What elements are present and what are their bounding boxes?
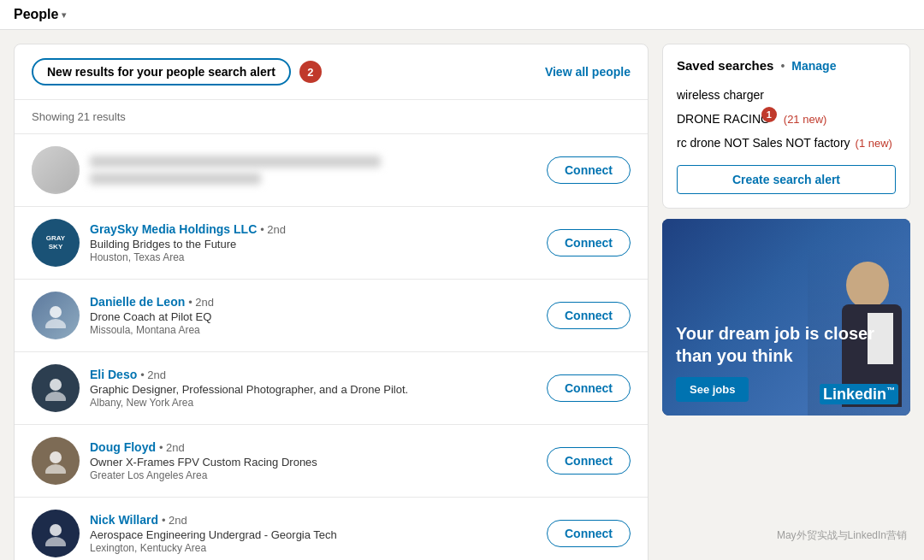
svg-point-1 (45, 319, 66, 328)
profile-location: Greater Los Angeles Area (90, 469, 536, 481)
ad-card: Your dream job is closer than you think … (662, 219, 910, 416)
create-search-alert-button[interactable]: Create search alert (677, 165, 896, 194)
profile-info: Doug Floyd • 2nd Owner X-Frames FPV Cust… (90, 440, 536, 481)
profile-name-row: Nick Willard • 2nd (90, 513, 536, 527)
chevron-down-icon: ▾ (62, 10, 66, 20)
avatar (32, 364, 80, 412)
profile-info: Nick Willard • 2nd Aerospace Engineering… (90, 513, 536, 554)
saved-searches-card: Saved searches • Manage wireless charger… (662, 44, 910, 209)
list-item[interactable]: DRONE RACING 1 (21 new) (677, 107, 896, 131)
profile-location: Missoula, Montana Area (90, 324, 536, 336)
new-badge: 1 (761, 107, 777, 122)
new-count: (1 new) (856, 137, 892, 150)
nav-title-text: People (14, 7, 58, 22)
avatar (32, 292, 80, 339)
manage-link[interactable]: Manage (791, 59, 836, 73)
connect-button[interactable]: Connect (547, 156, 631, 184)
drone-racing-badge-container: DRONE RACING 1 (677, 112, 770, 126)
alert-banner: New results for your people search alert… (15, 44, 648, 100)
avatar (32, 510, 80, 557)
avatar (32, 437, 80, 485)
list-item[interactable]: rc drone NOT Sales NOT factory (1 new) (677, 131, 896, 155)
profile-name[interactable]: Doug Floyd (90, 440, 156, 454)
svg-point-5 (45, 464, 66, 474)
search-name: rc drone NOT Sales NOT factory (677, 136, 850, 150)
profile-name-row: Doug Floyd • 2nd (90, 440, 536, 454)
profile-headline: Owner X-Frames FPV Custom Racing Drones (90, 456, 536, 469)
profile-headline: Drone Coach at Pilot EQ (90, 310, 536, 323)
alert-text[interactable]: New results for your people search alert (32, 58, 291, 85)
profile-name[interactable]: Eli Deso (90, 368, 137, 381)
profile-info: Danielle de Leon • 2nd Drone Coach at Pi… (90, 295, 536, 336)
profile-name[interactable]: Nick Willard (90, 513, 158, 527)
connect-button[interactable]: Connect (547, 229, 631, 256)
profile-name[interactable]: Danielle de Leon (90, 295, 185, 309)
saved-searches-title: Saved searches (677, 58, 773, 73)
profile-headline: Building Bridges to the Future (90, 238, 536, 251)
blurred-name (90, 156, 381, 168)
profile-degree: • 2nd (188, 296, 214, 309)
ad-headline: Your dream job is closer than you think (676, 322, 897, 367)
connect-button[interactable]: Connect (547, 447, 631, 475)
main-container: New results for your people search alert… (0, 30, 924, 560)
right-panel: Saved searches • Manage wireless charger… (662, 44, 910, 416)
search-name: DRONE RACING (677, 112, 770, 126)
view-all-link[interactable]: View all people (545, 65, 631, 79)
alert-left: New results for your people search alert… (32, 58, 322, 85)
svg-point-6 (50, 524, 62, 536)
blurred-headline (90, 173, 261, 185)
profile-degree: • 2nd (140, 368, 166, 381)
search-name: wireless charger (677, 88, 764, 102)
svg-point-2 (50, 379, 62, 391)
dot-separator: • (780, 59, 785, 73)
profile-info: Eli Deso • 2nd Graphic Designer, Profess… (90, 368, 536, 409)
profile-degree: • 2nd (260, 223, 286, 236)
avatar: GRAYSKY (32, 219, 80, 267)
table-row: Doug Floyd • 2nd Owner X-Frames FPV Cust… (15, 425, 648, 498)
avatar (32, 146, 80, 194)
profile-location: Lexington, Kentucky Area (90, 542, 536, 554)
table-row: Nick Willard • 2nd Aerospace Engineering… (15, 498, 648, 560)
saved-searches-header: Saved searches • Manage (677, 58, 896, 73)
left-panel: New results for your people search alert… (14, 44, 649, 560)
profile-headline: Aerospace Engineering Undergrad - Georgi… (90, 528, 536, 541)
connect-button[interactable]: Connect (547, 520, 631, 547)
table-row: Danielle de Leon • 2nd Drone Coach at Pi… (15, 280, 648, 352)
profile-name[interactable]: GraySky Media Holdings LLC (90, 222, 257, 236)
new-count: (21 new) (784, 113, 827, 126)
table-row: Connect (15, 134, 648, 207)
profile-name-row: Danielle de Leon • 2nd (90, 295, 536, 309)
top-nav: People ▾ (0, 0, 924, 30)
list-item[interactable]: wireless charger (677, 83, 896, 107)
profile-info (90, 152, 536, 188)
profile-location: Albany, New York Area (90, 397, 536, 409)
svg-point-7 (45, 537, 66, 546)
profile-degree: • 2nd (159, 441, 185, 454)
profile-name-row: GraySky Media Holdings LLC • 2nd (90, 222, 536, 236)
person-head (846, 262, 889, 309)
profile-name-row: Eli Deso • 2nd (90, 368, 536, 381)
people-nav-title[interactable]: People ▾ (14, 7, 66, 22)
svg-point-4 (50, 451, 62, 463)
alert-badge: 2 (299, 61, 322, 83)
connect-button[interactable]: Connect (547, 302, 631, 329)
showing-results: Showing 21 results (15, 100, 648, 134)
svg-point-3 (45, 392, 66, 401)
profile-location: Houston, Texas Area (90, 251, 536, 263)
linkedin-logo-text: Linkedin™ (820, 384, 898, 404)
profile-degree: • 2nd (162, 514, 187, 527)
table-row: Eli Deso • 2nd Graphic Designer, Profess… (15, 352, 648, 425)
table-row: GRAYSKY GraySky Media Holdings LLC • 2nd… (15, 207, 648, 280)
svg-point-0 (50, 306, 62, 318)
linkedin-ad-logo: Linkedin™ (820, 386, 898, 404)
profile-info: GraySky Media Holdings LLC • 2nd Buildin… (90, 222, 536, 263)
profile-headline: Graphic Designer, Professional Photograp… (90, 383, 536, 396)
connect-button[interactable]: Connect (547, 374, 631, 402)
see-jobs-button[interactable]: See jobs (676, 377, 749, 402)
